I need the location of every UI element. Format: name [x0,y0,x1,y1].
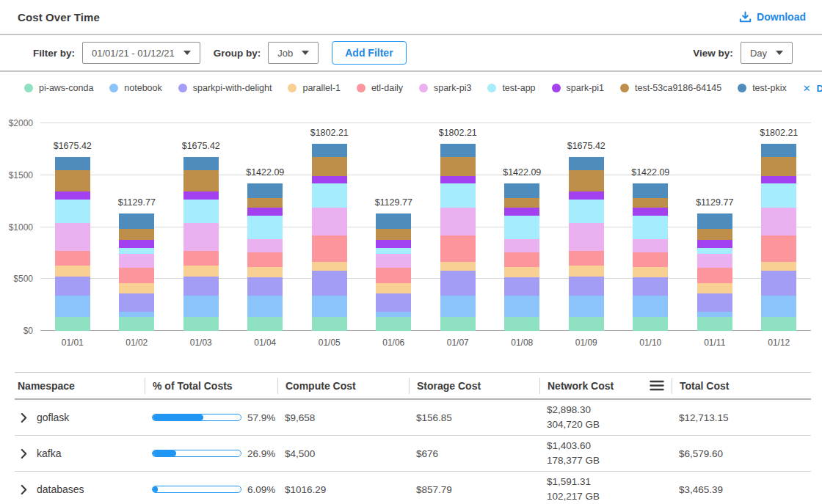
bar-segment-notebook[interactable] [376,312,411,317]
bar-segment-parallel-1[interactable] [119,283,154,294]
bar-segment-sparkpi-with-delight[interactable] [761,271,796,296]
bar-segment-sparkpi-with-delight[interactable] [119,293,154,312]
bar-segment-test-53ca9186-64145[interactable] [55,170,90,191]
expand-row-chevron-icon[interactable] [21,413,27,423]
bar-segment-test-app[interactable] [569,200,604,223]
bar-segment-parallel-1[interactable] [569,266,604,277]
bar-segment-spark-pi3[interactable] [376,254,411,268]
bar-segment-test-53ca9186-64145[interactable] [633,198,668,208]
bar-segment-notebook[interactable] [55,296,90,317]
bar-segment-test-app[interactable] [247,216,283,240]
bar-segment-etl-daily[interactable] [376,268,411,283]
bar-segment-pi-aws-conda[interactable] [312,317,347,331]
bar-segment-test-pkix[interactable] [183,157,219,170]
bar-segment-spark-pi3[interactable] [569,223,604,250]
bar-segment-test-app[interactable] [504,216,539,240]
bar-segment-test-app[interactable] [440,183,476,208]
bar-segment-etl-daily[interactable] [55,251,90,266]
bar-segment-notebook[interactable] [440,296,476,317]
bar-01-02[interactable]: $1129.7701/02 [119,123,154,331]
bar-segment-etl-daily[interactable] [312,235,347,262]
bar-segment-etl-daily[interactable] [440,235,476,262]
bar-segment-test-pkix[interactable] [55,157,90,170]
bar-segment-etl-daily[interactable] [697,268,732,283]
bar-segment-sparkpi-with-delight[interactable] [376,293,411,312]
bar-segment-spark-pi1[interactable] [312,176,347,183]
view-by-select[interactable]: Day [741,42,793,64]
bar-01-03[interactable]: $1675.4201/03 [183,123,219,331]
bar-segment-parallel-1[interactable] [312,262,347,271]
bar-01-04[interactable]: $1422.0901/04 [247,123,283,331]
bar-segment-parallel-1[interactable] [504,267,539,278]
bar-segment-sparkpi-with-delight[interactable] [569,277,604,296]
bar-segment-spark-pi1[interactable] [633,208,668,215]
bar-segment-spark-pi1[interactable] [55,191,90,199]
bar-segment-test-53ca9186-64145[interactable] [569,170,604,191]
bar-01-09[interactable]: $1675.4201/09 [569,123,604,331]
bar-segment-pi-aws-conda[interactable] [119,317,154,331]
bar-segment-etl-daily[interactable] [569,251,604,266]
bar-segment-pi-aws-conda[interactable] [55,317,90,331]
bar-segment-notebook[interactable] [312,296,347,317]
add-filter-button[interactable]: Add Filter [332,41,406,65]
table-row-kafka[interactable]: kafka26.9%$4,500$676$1,403.60178,377 GB$… [15,436,811,472]
legend-item-parallel-1[interactable]: parallel-1 [288,83,340,93]
bar-segment-test-app[interactable] [119,248,154,254]
column-header-total-cost[interactable]: Total Cost [672,378,811,394]
bar-segment-parallel-1[interactable] [55,266,90,277]
legend-item-notebook[interactable]: notebook [109,83,161,93]
bar-segment-spark-pi1[interactable] [440,176,476,183]
bar-segment-etl-daily[interactable] [761,235,796,262]
table-row-goflask[interactable]: goflask57.9%$9,658$156.85$2,898.30304,72… [15,400,811,436]
bar-segment-sparkpi-with-delight[interactable] [247,277,283,296]
legend-item-test-pkix[interactable]: test-pkix [738,83,787,93]
bar-segment-test-pkix[interactable] [119,213,154,229]
legend-item-test-app[interactable]: test-app [487,83,535,93]
bar-segment-test-app[interactable] [697,248,732,254]
bar-01-07[interactable]: $1802.2101/07 [440,123,476,331]
bar-segment-spark-pi1[interactable] [504,208,539,215]
bar-segment-etl-daily[interactable] [504,252,539,267]
legend-item-sparkpi-with-delight[interactable]: sparkpi-with-delight [178,83,272,93]
bar-segment-pi-aws-conda[interactable] [697,317,732,331]
bar-segment-parallel-1[interactable] [633,267,668,278]
bar-01-11[interactable]: $1129.7701/11 [697,123,732,331]
bar-segment-spark-pi1[interactable] [376,240,411,247]
bar-segment-spark-pi3[interactable] [697,254,732,268]
download-button[interactable]: Download [739,11,806,23]
bar-segment-etl-daily[interactable] [119,268,154,283]
bar-segment-sparkpi-with-delight[interactable] [183,277,219,296]
bar-segment-notebook[interactable] [504,296,539,317]
bar-segment-test-53ca9186-64145[interactable] [761,157,796,175]
bar-segment-etl-daily[interactable] [183,251,219,266]
bar-segment-test-pkix[interactable] [569,157,604,170]
bar-segment-test-pkix[interactable] [247,183,283,199]
bar-01-08[interactable]: $1422.0901/08 [504,123,539,331]
bar-segment-test-pkix[interactable] [697,213,732,229]
bar-segment-pi-aws-conda[interactable] [761,317,796,331]
bar-segment-notebook[interactable] [633,296,668,317]
bar-segment-test-app[interactable] [55,200,90,223]
bar-segment-pi-aws-conda[interactable] [569,317,604,331]
bar-segment-spark-pi1[interactable] [761,176,796,183]
bar-segment-test-pkix[interactable] [633,183,668,199]
bar-segment-notebook[interactable] [697,312,732,317]
bar-segment-test-53ca9186-64145[interactable] [312,157,347,175]
bar-segment-spark-pi1[interactable] [119,240,154,247]
bar-segment-pi-aws-conda[interactable] [183,317,219,331]
bar-segment-parallel-1[interactable] [376,283,411,294]
column-header-percent-of-total-costs[interactable]: % of Total Costs [145,378,277,394]
bar-segment-spark-pi3[interactable] [55,223,90,250]
bar-segment-sparkpi-with-delight[interactable] [312,271,347,296]
bar-segment-test-app[interactable] [376,248,411,254]
bar-segment-spark-pi3[interactable] [633,239,668,252]
column-header-compute-cost[interactable]: Compute Cost [277,378,409,394]
bar-segment-spark-pi3[interactable] [247,239,283,252]
legend-item-test-53ca9186-64145[interactable]: test-53ca9186-64145 [620,83,721,93]
bar-segment-test-pkix[interactable] [504,183,539,199]
bar-segment-test-pkix[interactable] [761,144,796,157]
bar-segment-etl-daily[interactable] [247,252,283,267]
bar-segment-test-53ca9186-64145[interactable] [247,198,283,208]
bar-segment-test-app[interactable] [761,183,796,208]
legend-item-pi-aws-conda[interactable]: pi-aws-conda [24,83,93,93]
